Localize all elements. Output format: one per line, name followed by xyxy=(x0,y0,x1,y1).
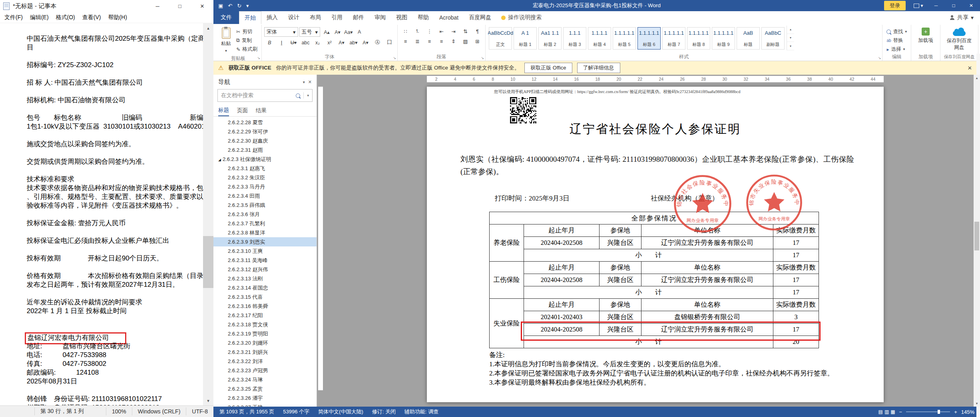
status-page-count[interactable]: 第 1093 页，共 1955 页 xyxy=(215,407,279,417)
font-tool-button[interactable]: A▴ xyxy=(321,28,332,36)
style-item[interactable]: AaBbC 副标题 xyxy=(761,27,785,50)
scroll-up-icon[interactable]: ▴ xyxy=(974,75,980,81)
zoom-level[interactable]: 145% xyxy=(961,409,974,415)
nav-heading-item[interactable]: ◢2.6.2.2.30 赵鑫庆 xyxy=(213,136,317,145)
ribbon-tab[interactable]: 审阅 xyxy=(369,11,391,24)
ribbon-tab[interactable]: 设计 xyxy=(283,11,305,24)
paragraph-tool-button[interactable]: ⇕ xyxy=(448,37,459,46)
gallery-up-icon[interactable]: ▴ xyxy=(787,26,794,34)
paragraph-dialog-launcher-icon[interactable]: ↘ xyxy=(481,56,484,60)
font-tool-button[interactable]: Ⓐ xyxy=(372,38,383,47)
style-item[interactable]: 1.1.1.1.1 标题 6 xyxy=(637,27,661,50)
zoom-slider[interactable] xyxy=(906,411,950,412)
nav-heading-item[interactable]: ◢2.6.2.3.5 薛伟娥 xyxy=(213,201,317,210)
paragraph-tool-button[interactable]: ≡ xyxy=(400,37,411,46)
notepad-menu-item[interactable]: 文件(F) xyxy=(1,14,26,21)
ribbon-tab[interactable]: Acrobat xyxy=(434,11,464,24)
font-tool-button[interactable]: ab▾ xyxy=(348,38,359,47)
status-track-changes[interactable]: 修订: 关闭 xyxy=(368,407,400,417)
replace-button[interactable]: ab替换 xyxy=(885,36,908,44)
cut-button[interactable]: ✂剪切 xyxy=(235,28,259,36)
scroll-down-icon[interactable]: ▾ xyxy=(974,400,980,407)
warning-close-icon[interactable]: ✕ xyxy=(964,65,975,71)
style-item[interactable]: AaB 标题 xyxy=(737,27,760,50)
nav-heading-item[interactable]: ◢2.6.2.3.2 朱汉臣 xyxy=(213,173,317,182)
ribbon-tab[interactable]: 开始 xyxy=(239,11,261,24)
font-tool-button[interactable]: A▾ xyxy=(332,28,343,36)
nav-heading-item[interactable]: ◢2.6.2.2.29 张可伊 xyxy=(213,127,317,136)
style-item[interactable]: 1.1.1.1.1 标题 8 xyxy=(687,27,710,50)
ribbon-tab[interactable]: 视图 xyxy=(391,11,412,24)
sign-in-button[interactable]: 登录 xyxy=(884,1,906,10)
nav-heading-item[interactable]: ◢2.6.2.3.1 赵惠飞 xyxy=(213,164,317,173)
notepad-menu-item[interactable]: 帮助(H) xyxy=(104,14,130,21)
ribbon-tab[interactable]: 邮件 xyxy=(348,11,369,24)
scroll-down-icon[interactable]: ▾ xyxy=(203,396,213,405)
tab-file[interactable]: 文件 xyxy=(213,11,239,24)
nav-heading-item[interactable]: ◢2.6.2.3.10 王爽 xyxy=(213,246,317,256)
font-tool-button[interactable]: x² xyxy=(324,38,335,47)
nav-heading-item[interactable]: ◢2.6.2.3.15 代喜 xyxy=(213,292,317,302)
get-genuine-office-button[interactable]: 获取正版 Office xyxy=(524,63,572,73)
font-tool-button[interactable]: A▾ xyxy=(360,38,371,47)
notepad-menu-item[interactable]: 编辑(E) xyxy=(26,14,52,21)
nav-heading-item[interactable]: ◢2.6.2.3.12 赵兴伟 xyxy=(213,265,317,274)
notepad-vertical-scrollbar[interactable]: ▴ ▾ xyxy=(203,23,213,405)
search-options-icon[interactable]: ▾ xyxy=(307,93,309,97)
paste-button[interactable]: 粘贴 ▾ xyxy=(217,26,235,55)
paragraph-tool-button[interactable]: ⇥ xyxy=(448,27,459,36)
font-tool-button[interactable]: x₂ xyxy=(312,38,323,47)
read-mode-button[interactable]: ▤ xyxy=(878,409,883,415)
font-tool-button[interactable]: I xyxy=(276,38,287,47)
share-button[interactable]: 共享 ▾ xyxy=(943,11,980,24)
tell-me-search[interactable]: 操作说明搜索 xyxy=(496,11,546,24)
zoom-out-button[interactable]: − xyxy=(899,409,902,415)
copy-button[interactable]: ⧉复制 xyxy=(235,36,259,44)
nav-heading-item[interactable]: ◢2.6.2.3.23 卢冠男 xyxy=(213,366,317,375)
word-titlebar[interactable]: ▣ ↶ ↻ ▾ 宏泰电力-2025年变压器集中采购-包1投标文件 - Word … xyxy=(213,0,980,11)
notepad-text-area[interactable]: 中国石油天然气集团有限公司2025年变压器集中采购（定商定价）项 目 招标编号:… xyxy=(0,23,203,405)
paragraph-tool-button[interactable]: ⋮ xyxy=(424,27,435,36)
nav-heading-item[interactable]: ◢2.6.2.3.26 潘宇 xyxy=(213,393,317,403)
nav-heading-item[interactable]: ◢2.6.2.2.31 赵雨 xyxy=(213,145,317,155)
paragraph-tool-button[interactable]: ∷ xyxy=(400,27,411,36)
paragraph-tool-button[interactable]: ⊞ xyxy=(472,37,483,46)
paragraph-tool-button[interactable]: ≣ xyxy=(412,37,423,46)
paragraph-tool-button[interactable]: ⒈ xyxy=(412,27,423,36)
ribbon-tab[interactable]: 插入 xyxy=(261,11,283,24)
select-button[interactable]: ▸选择▾ xyxy=(885,45,908,53)
paragraph-tool-button[interactable]: ¶ xyxy=(472,27,483,36)
web-layout-button[interactable]: ▦ xyxy=(890,409,895,415)
nav-heading-item[interactable]: ◢2.6.2.3.9 刘恩实 xyxy=(213,237,317,246)
word-minimize-button[interactable]: ─ xyxy=(927,0,945,11)
redo-icon[interactable]: ↻ xyxy=(237,3,241,9)
nav-tab[interactable]: 结果 xyxy=(256,105,267,116)
notepad-minimize-button[interactable]: ─ xyxy=(146,0,169,12)
nav-heading-item[interactable]: ◢2.6.2.2.28 夏雪 xyxy=(213,118,317,127)
style-item[interactable]: AaBbCcDd 正文 xyxy=(489,27,512,50)
scroll-up-icon[interactable]: ▴ xyxy=(203,23,213,33)
font-size-combo[interactable]: 五号▾ xyxy=(299,27,321,37)
style-item[interactable]: Aa1 1.1 标题 2 xyxy=(538,27,562,50)
document-page[interactable]: 您可以使用手机APP扫描二维码或使用网址：https://ggfw.lnrc.c… xyxy=(427,87,884,402)
nav-heading-item[interactable]: ◢2.6.2.3.24 马琳 xyxy=(213,375,317,384)
nav-heading-item[interactable]: ◢2.6.2.3.3 马丹丹 xyxy=(213,182,317,191)
learn-more-button[interactable]: 了解详细信息 xyxy=(577,63,620,73)
nav-close-icon[interactable]: ✕ xyxy=(308,79,312,85)
find-button[interactable]: 查找▾ xyxy=(885,28,908,36)
paragraph-tool-button[interactable]: ▨ xyxy=(460,37,471,46)
style-item[interactable]: 1.1.1 标题 3 xyxy=(563,27,586,50)
font-dialog-launcher-icon[interactable]: ↘ xyxy=(393,56,396,60)
nav-heading-item[interactable]: ◢2.6.2.3.14 崔国忠 xyxy=(213,283,317,292)
paragraph-tool-button[interactable]: ≡ xyxy=(424,37,435,46)
font-tool-button[interactable]: 囗 xyxy=(384,38,395,47)
nav-heading-item[interactable]: ◢2.6.2.3.19 贾明阳 xyxy=(213,329,317,338)
gallery-down-icon[interactable]: ▾ xyxy=(787,34,794,42)
status-word-count[interactable]: 53996 个字 xyxy=(279,407,314,417)
font-name-combo[interactable]: 宋体▾ xyxy=(264,27,298,37)
font-tool-button[interactable]: abc xyxy=(300,38,311,47)
nav-heading-item[interactable]: ◢2.6.2.3.25 孟赏 xyxy=(213,384,317,393)
collapse-triangle-icon[interactable]: ◢ xyxy=(218,158,221,162)
font-tool-button[interactable]: A xyxy=(354,28,365,36)
ribbon-tab[interactable]: 布局 xyxy=(305,11,326,24)
